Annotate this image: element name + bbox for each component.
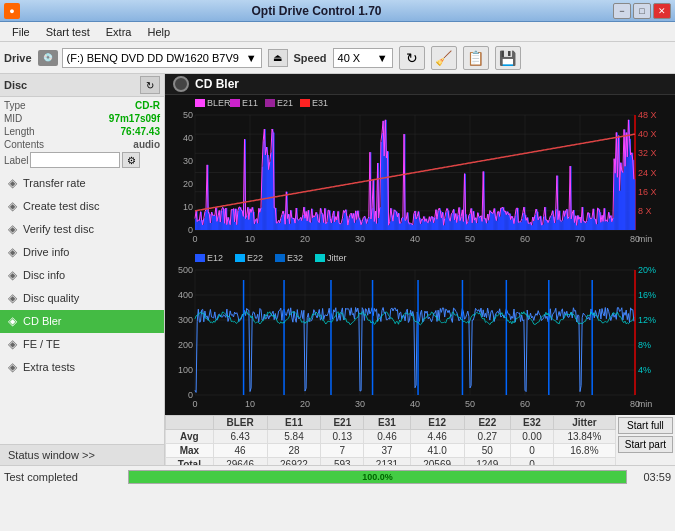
start-full-button[interactable]: Start full: [618, 417, 673, 434]
stats-total-e11: 26922: [267, 458, 321, 466]
chart-title: CD Bler: [195, 77, 239, 91]
refresh-button[interactable]: ↻: [399, 46, 425, 70]
save-button[interactable]: 💾: [495, 46, 521, 70]
stats-max-e11: 28: [267, 444, 321, 458]
stats-total-e21: 593: [321, 458, 364, 466]
stats-total-e31: 2131: [364, 458, 411, 466]
chart-header: CD Bler: [165, 74, 675, 95]
disc-length-key: Length: [4, 126, 35, 137]
progress-fill: 100.0%: [129, 471, 626, 483]
stats-section: BLER E11 E21 E31 E12 E22 E32 Jitter Avg …: [165, 415, 675, 465]
disc-info: Type CD-R MID 97m17s09f Length 76:47.43 …: [0, 97, 164, 172]
stats-row-max: Max 46 28 7 37 41.0 50 0 16.8%: [166, 444, 616, 458]
cd-icon: [173, 76, 189, 92]
disc-quality-icon: ◈: [8, 291, 17, 305]
speed-label: Speed: [294, 52, 327, 64]
disc-label-input[interactable]: [30, 152, 120, 168]
stats-max-bler: 46: [213, 444, 267, 458]
start-part-button[interactable]: Start part: [618, 436, 673, 453]
nav-transfer-rate[interactable]: ◈ Transfer rate: [0, 172, 164, 195]
drive-dropdown[interactable]: (F:) BENQ DVD DD DW1620 B7V9 ▼: [62, 48, 262, 68]
stats-header-e22: E22: [464, 416, 511, 430]
progress-bar: 100.0%: [128, 470, 627, 484]
eraser-button[interactable]: 🧹: [431, 46, 457, 70]
app-title: Opti Drive Control 1.70: [20, 4, 613, 18]
menu-extra[interactable]: Extra: [98, 24, 140, 40]
nav-disc-info[interactable]: ◈ Disc info: [0, 264, 164, 287]
status-window-button[interactable]: Status window >>: [0, 445, 164, 465]
disc-label-key: Label: [4, 155, 28, 166]
drive-value: (F:) BENQ DVD DD DW1620 B7V9: [67, 52, 239, 64]
stats-total-label: Total: [166, 458, 214, 466]
stats-max-e31: 37: [364, 444, 411, 458]
nav-cd-bler[interactable]: ◈ CD Bler: [0, 310, 164, 333]
stats-max-label: Max: [166, 444, 214, 458]
stats-avg-bler: 6.43: [213, 430, 267, 444]
nav-disc-quality[interactable]: ◈ Disc quality: [0, 287, 164, 310]
disc-mid-key: MID: [4, 113, 22, 124]
disc-refresh-button[interactable]: ↻: [140, 76, 160, 94]
eject-button[interactable]: ⏏: [268, 49, 288, 67]
disc-label-row: Label ⚙: [4, 152, 160, 168]
verify-test-icon: ◈: [8, 222, 17, 236]
stats-table: BLER E11 E21 E31 E12 E22 E32 Jitter Avg …: [165, 415, 616, 465]
stats-max-e32: 0: [511, 444, 554, 458]
nav-drive-info[interactable]: ◈ Drive info: [0, 241, 164, 264]
bottom-bar: Test completed 100.0% 03:59: [0, 465, 675, 487]
title-bar: ● Opti Drive Control 1.70 − □ ✕: [0, 0, 675, 22]
disc-header: Disc ↻: [0, 74, 164, 97]
close-button[interactable]: ✕: [653, 3, 671, 19]
disc-length-row: Length 76:47.43: [4, 125, 160, 138]
status-text: Test completed: [4, 471, 124, 483]
stats-header-e31: E31: [364, 416, 411, 430]
nav-create-test-disc[interactable]: ◈ Create test disc: [0, 195, 164, 218]
maximize-button[interactable]: □: [633, 3, 651, 19]
speed-dropdown[interactable]: 40 X ▼: [333, 48, 393, 68]
nav-fe-te[interactable]: ◈ FE / TE: [0, 333, 164, 356]
cd-bler-icon: ◈: [8, 314, 17, 328]
minimize-button[interactable]: −: [613, 3, 631, 19]
left-panel: Disc ↻ Type CD-R MID 97m17s09f Length 76…: [0, 74, 165, 465]
disc-mid-value: 97m17s09f: [109, 113, 160, 124]
nav-fe-te-label: FE / TE: [23, 338, 60, 350]
disc-mid-row: MID 97m17s09f: [4, 112, 160, 125]
nav-create-test-label: Create test disc: [23, 200, 99, 212]
app-icon: ●: [4, 3, 20, 19]
menu-help[interactable]: Help: [139, 24, 178, 40]
nav-disc-info-label: Disc info: [23, 269, 65, 281]
right-content: CD Bler BLER E11 E21 E31 E12 E22: [165, 74, 675, 465]
disc-label-settings-button[interactable]: ⚙: [122, 152, 140, 168]
stats-row-total: Total 29646 26922 593 2131 20569 1249 0: [166, 458, 616, 466]
stats-avg-e12: 4.46: [410, 430, 464, 444]
top-chart-canvas: [165, 95, 675, 250]
drive-info-icon: ◈: [8, 245, 17, 259]
stats-total-e32: 0: [511, 458, 554, 466]
disc-type-key: Type: [4, 100, 26, 111]
stats-header-e21: E21: [321, 416, 364, 430]
drive-dropdown-arrow: ▼: [246, 52, 257, 64]
nav-verify-test-disc[interactable]: ◈ Verify test disc: [0, 218, 164, 241]
stats-total-e22: 1249: [464, 458, 511, 466]
drive-icon: 💿: [38, 50, 58, 66]
nav-menu: ◈ Transfer rate ◈ Create test disc ◈ Ver…: [0, 172, 164, 379]
fe-te-icon: ◈: [8, 337, 17, 351]
disc-contents-value: audio: [133, 139, 160, 150]
copy-button[interactable]: 📋: [463, 46, 489, 70]
disc-contents-row: Contents audio: [4, 138, 160, 151]
stats-header-jitter: Jitter: [553, 416, 615, 430]
nav-disc-quality-label: Disc quality: [23, 292, 79, 304]
stats-max-e12: 41.0: [410, 444, 464, 458]
disc-type-row: Type CD-R: [4, 99, 160, 112]
stats-max-jitter: 16.8%: [553, 444, 615, 458]
menu-start-test[interactable]: Start test: [38, 24, 98, 40]
stats-header-e12: E12: [410, 416, 464, 430]
bottom-chart-canvas: [165, 250, 675, 415]
drive-selector: 💿 (F:) BENQ DVD DD DW1620 B7V9 ▼: [38, 48, 262, 68]
menu-file[interactable]: File: [4, 24, 38, 40]
drive-label: Drive: [4, 52, 32, 64]
nav-extra-tests[interactable]: ◈ Extra tests: [0, 356, 164, 379]
stats-max-e22: 50: [464, 444, 511, 458]
disc-length-value: 76:47.43: [121, 126, 160, 137]
charts-area: [165, 95, 675, 415]
stats-total-e12: 20569: [410, 458, 464, 466]
